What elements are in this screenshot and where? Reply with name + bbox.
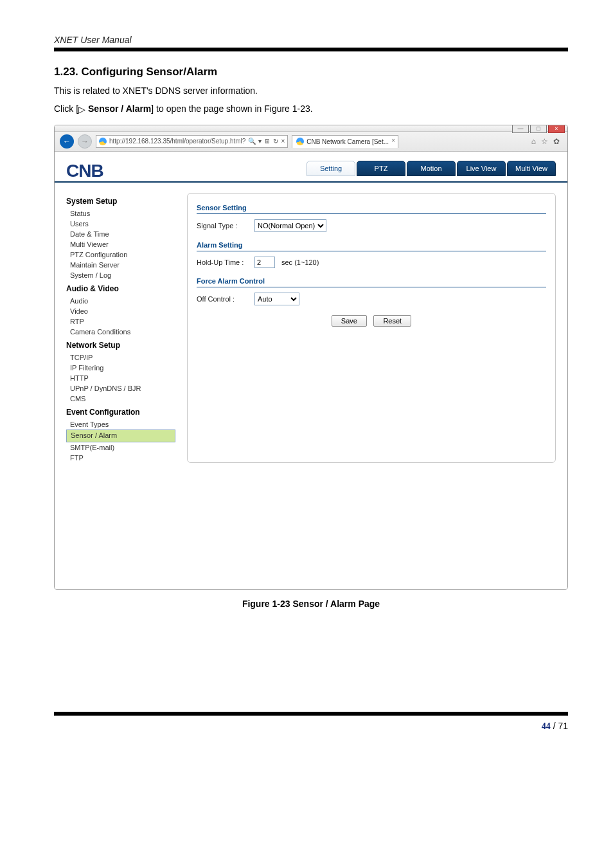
sidebar-item-http[interactable]: HTTP	[66, 373, 175, 383]
hold-up-hint: sec (1~120)	[281, 258, 319, 266]
off-control-select[interactable]: Auto	[254, 293, 299, 305]
header-rule	[54, 48, 568, 51]
sensor-heading: Sensor Setting	[197, 204, 546, 214]
footer-rule	[54, 712, 568, 716]
section-heading: 1.23. Configuring Sensor/Alarm	[54, 66, 568, 78]
click-instruction: Click [▷ Sensor / Alarm] to open the pag…	[54, 102, 568, 117]
arrow-right-icon: →	[81, 137, 89, 146]
sidebar-item-eventtypes[interactable]: Event Types	[66, 419, 175, 429]
sidebar-group-av: Audio & Video	[66, 284, 175, 293]
dropdown-icon: ▾	[258, 138, 262, 145]
page-current: 44	[542, 721, 551, 731]
tab-live-view[interactable]: Live View	[457, 161, 506, 176]
toolbar-icons: ⌂ ☆ ✿	[531, 137, 562, 146]
minimize-button[interactable]: —	[512, 125, 529, 133]
sidebar-item-upnp[interactable]: UPnP / DynDNS / BJR	[66, 383, 175, 393]
gear-icon[interactable]: ✿	[553, 137, 560, 146]
page-sep: /	[551, 721, 558, 731]
sidebar-item-cms[interactable]: CMS	[66, 393, 175, 404]
sidebar-item-multiviewer[interactable]: Multi Viewer	[66, 239, 175, 249]
signal-type-label: Signal Type :	[197, 222, 248, 230]
sidebar-group-event: Event Configuration	[66, 408, 175, 417]
figure-caption: Figure 1-23 Sensor / Alarm Page	[54, 599, 568, 609]
arrow-left-icon: ←	[63, 137, 71, 146]
sidebar-group-network: Network Setup	[66, 341, 175, 350]
alarm-heading: Alarm Setting	[197, 241, 546, 251]
click-target: Sensor / Alarm	[85, 104, 151, 114]
sidebar-item-rtp[interactable]: RTP	[66, 316, 175, 327]
tab-setting[interactable]: Setting	[306, 161, 355, 176]
browser-tab[interactable]: CNB Network Camera [Set...	[292, 135, 398, 148]
tab-motion[interactable]: Motion	[407, 161, 456, 176]
search-icon: 🔍	[248, 138, 256, 145]
refresh-icon[interactable]: ↻	[273, 138, 278, 145]
tab-multi-view[interactable]: Multi View	[507, 161, 556, 176]
off-control-label: Off Control :	[197, 295, 248, 303]
sidebar-item-users[interactable]: Users	[66, 219, 175, 229]
brand-logo: CNB	[66, 161, 182, 181]
click-pre: Click [	[54, 104, 78, 114]
star-icon[interactable]: ☆	[541, 137, 548, 146]
forward-button[interactable]: →	[78, 134, 92, 149]
url-text: http://192.168.123.35/html/operator/Setu…	[109, 138, 245, 145]
home-icon[interactable]: ⌂	[531, 137, 536, 146]
back-button[interactable]: ←	[60, 134, 74, 149]
sidebar-item-ftp[interactable]: FTP	[66, 453, 175, 463]
doc-header: XNET User Manual	[54, 35, 568, 45]
compat-icon: 🗎	[264, 138, 271, 145]
hold-up-label: Hold-Up Time :	[197, 258, 248, 266]
ie-icon	[296, 138, 304, 145]
hold-up-input[interactable]	[254, 257, 275, 268]
off-control-row: Off Control : Auto	[197, 293, 546, 305]
intro-text: This is related to XNET's DDNS server in…	[54, 84, 568, 99]
nav-tabs: Setting PTZ Motion Live View Multi View	[306, 157, 556, 176]
sidebar-item-cameracond[interactable]: Camera Conditions	[66, 327, 175, 337]
sidebar-item-sensoralarm[interactable]: Sensor / Alarm	[66, 429, 175, 442]
ie-icon	[99, 138, 107, 145]
sidebar-item-video[interactable]: Video	[66, 306, 175, 316]
tab-title: CNB Network Camera [Set...	[306, 138, 389, 145]
click-post: ] to open the page shown in Figure 1-23.	[151, 104, 312, 114]
page-body: CNB Setting PTZ Motion Live View Multi V…	[55, 152, 567, 589]
hold-up-row: Hold-Up Time : sec (1~120)	[197, 257, 546, 268]
signal-type-select[interactable]: NO(Normal Open)	[254, 219, 326, 232]
sidebar: System Setup Status Users Date & Time Mu…	[66, 193, 175, 463]
save-button[interactable]: Save	[332, 315, 367, 327]
sidebar-item-ipfilter[interactable]: IP Filtering	[66, 363, 175, 373]
sidebar-item-ptzconfig[interactable]: PTZ Configuration	[66, 249, 175, 260]
reset-button[interactable]: Reset	[373, 315, 411, 327]
sidebar-item-audio[interactable]: Audio	[66, 296, 175, 306]
address-bar[interactable]: http://192.168.123.35/html/operator/Setu…	[96, 135, 288, 148]
sidebar-item-tcpip[interactable]: TCP/IP	[66, 352, 175, 363]
signal-type-row: Signal Type : NO(Normal Open)	[197, 219, 546, 232]
sidebar-group-system: System Setup	[66, 197, 175, 206]
button-row: Save Reset	[197, 314, 546, 327]
section-number: 1.23.	[54, 66, 78, 78]
address-bar-row: ← → http://192.168.123.35/html/operator/…	[55, 132, 567, 152]
window-titlebar: — □ ×	[55, 125, 567, 132]
sidebar-item-systemlog[interactable]: System / Log	[66, 270, 175, 280]
sidebar-item-maintain[interactable]: Maintain Server	[66, 260, 175, 270]
triangle-icon: ▷	[78, 102, 85, 118]
tab-ptz[interactable]: PTZ	[357, 161, 405, 176]
sidebar-item-status[interactable]: Status	[66, 208, 175, 219]
page-total: 71	[558, 721, 568, 731]
sidebar-item-smtp[interactable]: SMTP(E-mail)	[66, 442, 175, 453]
force-alarm-heading: Force Alarm Control	[197, 277, 546, 287]
browser-window: — □ × ← → http://192.168.123.35/html/ope…	[54, 125, 568, 590]
stop-icon[interactable]: ×	[281, 138, 285, 145]
sidebar-item-datetime[interactable]: Date & Time	[66, 229, 175, 239]
settings-panel: Sensor Setting Signal Type : NO(Normal O…	[187, 193, 556, 463]
close-button[interactable]: ×	[548, 125, 565, 133]
tabs-underline	[55, 181, 567, 183]
section-title: Configuring Sensor/Alarm	[82, 66, 218, 78]
maximize-button[interactable]: □	[530, 125, 547, 133]
page-number: 44 / 71	[54, 721, 568, 732]
